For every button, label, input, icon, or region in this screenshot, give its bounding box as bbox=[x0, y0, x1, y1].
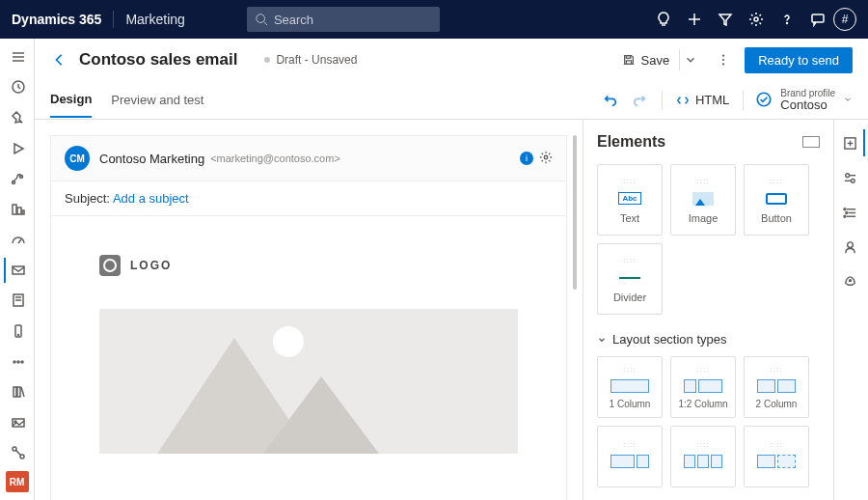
svg-point-52 bbox=[844, 208, 846, 209]
email-from-row: CM Contoso Marketing <marketing@contoso.… bbox=[51, 136, 566, 181]
svg-rect-28 bbox=[17, 387, 20, 397]
svg-point-5 bbox=[754, 17, 758, 21]
nav-speed-icon[interactable] bbox=[4, 227, 31, 252]
svg-line-34 bbox=[15, 451, 20, 456]
ready-to-send-button[interactable]: Ready to send bbox=[745, 47, 853, 73]
svg-rect-15 bbox=[17, 208, 21, 214]
svg-point-23 bbox=[17, 334, 18, 335]
nav-more-icon[interactable] bbox=[4, 349, 31, 375]
redo-button[interactable] bbox=[627, 88, 652, 113]
layout-3-column[interactable]: :::: bbox=[670, 426, 736, 487]
nav-email-icon[interactable] bbox=[4, 258, 31, 283]
logo-text: LOGO bbox=[130, 259, 172, 272]
nav-assets-icon[interactable] bbox=[4, 410, 31, 435]
html-view-button[interactable]: HTML bbox=[670, 89, 735, 111]
undo-button[interactable] bbox=[598, 88, 623, 113]
subject-label: Subject: bbox=[65, 191, 110, 206]
email-settings-icon[interactable] bbox=[539, 151, 553, 167]
svg-point-38 bbox=[722, 59, 724, 61]
user-badge[interactable]: RM bbox=[6, 471, 29, 492]
save-icon bbox=[622, 53, 636, 67]
tool-elements-icon[interactable] bbox=[838, 129, 865, 156]
logo-block[interactable]: LOGO bbox=[99, 255, 518, 276]
nav-pinned-icon[interactable] bbox=[4, 105, 31, 130]
brand-profile-selector[interactable]: Brand profile Contoso bbox=[755, 88, 853, 112]
tab-preview[interactable]: Preview and test bbox=[111, 83, 203, 117]
search-placeholder: Search bbox=[274, 13, 313, 27]
layout-custom-column[interactable]: :::: bbox=[744, 426, 809, 487]
save-chevron-icon[interactable] bbox=[679, 49, 700, 70]
filter-icon[interactable] bbox=[710, 4, 741, 35]
divider bbox=[113, 11, 114, 28]
global-search-input[interactable]: Search bbox=[247, 7, 440, 32]
svg-line-17 bbox=[18, 239, 21, 243]
add-subject-link[interactable]: Add a subject bbox=[113, 191, 189, 206]
svg-point-26 bbox=[21, 361, 23, 363]
nav-connections-icon[interactable] bbox=[4, 441, 31, 466]
nav-play-icon[interactable] bbox=[4, 136, 31, 161]
nav-forms-icon[interactable] bbox=[4, 289, 31, 314]
svg-point-45 bbox=[846, 173, 850, 177]
lightbulb-icon[interactable] bbox=[648, 4, 679, 35]
nav-segments-icon[interactable] bbox=[4, 197, 31, 222]
svg-point-53 bbox=[846, 211, 848, 213]
tool-rocket-icon[interactable] bbox=[838, 268, 865, 295]
chat-icon[interactable] bbox=[802, 4, 833, 35]
chevron-down-icon bbox=[843, 95, 853, 104]
tab-design[interactable]: Design bbox=[50, 82, 92, 118]
layout-1-column[interactable]: ::::1 Column bbox=[597, 356, 663, 418]
nav-menu-icon[interactable] bbox=[4, 44, 31, 69]
svg-rect-35 bbox=[626, 56, 630, 59]
app-section-label[interactable]: Marketing bbox=[125, 12, 184, 27]
settings-icon[interactable] bbox=[741, 4, 772, 35]
nav-recent-icon[interactable] bbox=[4, 75, 31, 100]
image-placeholder[interactable] bbox=[99, 309, 518, 454]
element-image[interactable]: ::::Image bbox=[670, 164, 736, 236]
svg-point-55 bbox=[848, 241, 854, 247]
add-icon[interactable] bbox=[679, 4, 710, 35]
tool-outline-icon[interactable] bbox=[838, 199, 865, 226]
email-body[interactable]: LOGO bbox=[51, 216, 566, 500]
svg-point-24 bbox=[14, 361, 15, 363]
svg-rect-14 bbox=[13, 205, 16, 214]
from-avatar: CM bbox=[65, 146, 90, 171]
svg-point-54 bbox=[844, 215, 846, 217]
elements-panel: Elements ::::AbcText ::::Image ::::Butto… bbox=[583, 120, 833, 500]
element-divider[interactable]: ::::Divider bbox=[597, 243, 663, 315]
brand-label: Dynamics 365 bbox=[12, 12, 101, 27]
panel-view-toggle[interactable] bbox=[802, 136, 820, 148]
layout-1-2-column[interactable]: ::::1:2 Column bbox=[670, 356, 736, 418]
nav-library-icon[interactable] bbox=[4, 379, 31, 404]
tool-settings-icon[interactable] bbox=[838, 164, 865, 191]
nav-sms-icon[interactable] bbox=[4, 319, 31, 344]
element-button[interactable]: ::::Button bbox=[744, 164, 809, 236]
page-title: Contoso sales email bbox=[79, 50, 237, 69]
tool-personalize-icon[interactable] bbox=[838, 234, 865, 261]
logo-icon bbox=[99, 255, 121, 276]
help-icon[interactable] bbox=[772, 4, 802, 35]
layout-section-toggle[interactable]: Layout section types bbox=[597, 332, 820, 347]
svg-rect-16 bbox=[22, 210, 24, 214]
layout-2-column[interactable]: ::::2 Column bbox=[744, 356, 809, 418]
email-subject-row: Subject: Add a subject bbox=[51, 181, 566, 216]
layout-2-1-column[interactable]: :::: bbox=[597, 426, 663, 487]
svg-point-25 bbox=[17, 361, 19, 363]
save-button[interactable]: Save bbox=[614, 45, 703, 74]
info-icon[interactable]: i bbox=[520, 152, 533, 165]
svg-point-41 bbox=[544, 155, 548, 159]
nav-journey-icon[interactable] bbox=[4, 166, 31, 191]
user-avatar[interactable]: # bbox=[833, 8, 856, 31]
element-text[interactable]: ::::AbcText bbox=[597, 164, 663, 236]
search-icon bbox=[255, 13, 268, 26]
svg-line-29 bbox=[21, 387, 24, 397]
svg-rect-27 bbox=[14, 387, 16, 397]
email-canvas[interactable]: CM Contoso Marketing <marketing@contoso.… bbox=[50, 135, 567, 500]
back-button[interactable] bbox=[50, 50, 69, 69]
svg-point-0 bbox=[257, 14, 265, 23]
svg-point-39 bbox=[722, 63, 724, 65]
design-canvas-area: CM Contoso Marketing <marketing@contoso.… bbox=[35, 120, 583, 500]
svg-rect-18 bbox=[13, 266, 24, 274]
code-icon bbox=[676, 94, 690, 107]
more-actions-button[interactable] bbox=[712, 48, 735, 71]
svg-point-33 bbox=[20, 455, 24, 458]
